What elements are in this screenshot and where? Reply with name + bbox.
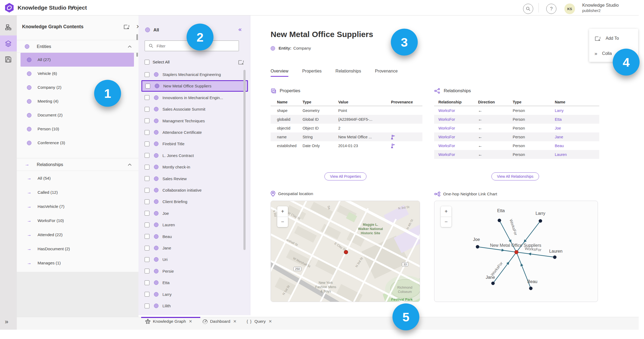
sidebar-item-relationship[interactable]: →All (54) [17,171,138,185]
item-checkbox[interactable] [145,118,149,123]
list-item[interactable]: Persie [141,265,248,277]
relationship-link[interactable]: WorksFor [434,117,478,122]
tab-overview[interactable]: Overview [271,69,288,76]
tab-properties[interactable]: Properties [302,69,322,76]
list-item[interactable]: Lauren [141,219,248,231]
list-item[interactable]: Managment Techniques [141,115,248,127]
select-all-checkbox[interactable] [145,60,149,64]
list-item[interactable]: Uri [141,254,248,265]
item-checkbox[interactable] [145,142,149,146]
list-scrollbar[interactable] [243,70,246,250]
zoom-in-button[interactable]: + [441,206,451,217]
list-item[interactable]: Innovations in Mechanical Engin... [141,92,248,103]
item-checkbox[interactable] [145,153,149,158]
relationship-name-link[interactable]: Jane [555,135,592,139]
item-checkbox[interactable] [145,199,149,204]
close-tab-icon[interactable]: ✕ [189,319,192,324]
sidebar-item-entity[interactable]: Conference (3) [17,136,138,150]
list-item[interactable]: Attendance Certificate [141,127,248,138]
list-item[interactable]: Sales Review [141,173,248,184]
zoom-in-button[interactable]: + [277,206,288,217]
item-checkbox[interactable] [145,211,149,216]
add-window-icon[interactable] [123,23,130,30]
list-item[interactable]: Beau [141,231,248,242]
sidebar-item-entity[interactable]: Person (10) [17,122,138,136]
expand-rail-button[interactable]: » [5,318,8,325]
help-button[interactable]: ? [546,4,556,14]
search-button[interactable] [523,4,533,14]
relationship-link[interactable]: WorksFor [434,152,478,157]
relationship-link[interactable]: WorksFor [434,126,478,130]
list-item[interactable]: Sales Associate Summit [141,103,248,115]
sidebar-item-relationship[interactable]: →Manages (1) [17,256,138,270]
item-checkbox[interactable] [145,223,149,227]
list-item[interactable]: Client Briefing [141,196,248,207]
item-checkbox[interactable] [145,188,149,193]
sidebar-item-relationship[interactable]: →WorksFor (10) [17,214,138,228]
list-item[interactable]: L. Jones Contract [141,150,248,161]
sidebar-item-relationship[interactable]: →HasVehicle (7) [17,200,138,213]
relationship-name-link[interactable]: Larry [555,108,592,113]
sidebar-item-entity[interactable]: All (27) [21,53,134,67]
collapse-panel-icon[interactable]: « [238,26,242,33]
item-checkbox[interactable] [145,95,149,100]
relationships-section-header[interactable]: → Relationships [17,158,138,171]
list-item[interactable]: Firebird Title [141,138,248,150]
edit-title-icon[interactable] [70,5,76,11]
tab-dashboard[interactable]: Dashboard✕ [202,319,237,324]
contents-button[interactable] [4,39,13,48]
close-tab-icon[interactable]: ✕ [268,319,272,324]
item-checkbox[interactable] [145,234,149,239]
avatar[interactable]: KS [564,3,575,14]
tab-provenance[interactable]: Provenance [375,69,398,76]
relationship-name-link[interactable]: Etta [555,117,592,122]
relationship-name-link[interactable]: Lauren [555,152,592,157]
tab-knowledge-graph[interactable]: Knowledge Graph✕ [145,319,192,324]
view-all-properties-button[interactable]: View All Properties [324,172,366,180]
item-checkbox[interactable] [145,165,149,170]
relationship-name-link[interactable]: Joe [555,126,592,130]
item-checkbox[interactable] [145,84,150,88]
prop-provenance[interactable] [385,134,414,140]
item-checkbox[interactable] [145,304,149,308]
list-item[interactable]: Larry [141,289,248,300]
entities-section-header[interactable]: Entities [17,40,138,53]
item-checkbox[interactable] [145,130,149,135]
add-window-icon[interactable] [238,59,244,65]
save-button[interactable] [4,55,13,64]
list-item[interactable]: Jane [141,242,248,254]
item-checkbox[interactable] [145,176,149,181]
list-item[interactable]: Joe [141,208,248,219]
list-item[interactable]: Collaboration initiative [141,184,248,196]
view-all-relationships-button[interactable]: View All Relationships [491,172,539,180]
tab-query[interactable]: { }Query✕ [247,319,272,324]
sidebar-item-entity[interactable]: Vehicle (6) [17,67,138,80]
list-item[interactable]: Etta [141,277,248,288]
sidebar-item-relationship[interactable]: →Attended (22) [17,228,138,242]
list-item[interactable]: Lilith [141,300,248,312]
item-checkbox[interactable] [145,269,149,273]
item-checkbox[interactable] [145,246,149,251]
map[interactable]: k RdW Clay StSaN 3rd StN 4th StMaggie L.… [271,201,420,302]
sidebar-item-relationship[interactable]: →HasDocument (2) [17,242,138,256]
list-item[interactable]: Staplers Mechanical Engineering [141,69,248,80]
tab-relationships[interactable]: Relationships [336,69,361,76]
prop-provenance[interactable] [385,143,414,148]
data-model-button[interactable] [4,23,13,32]
item-checkbox[interactable] [145,257,149,262]
list-item[interactable]: New Metal Office Suppliers [141,80,248,92]
relationship-link[interactable]: WorksFor [434,144,478,148]
sidebar-item-entity[interactable]: Document (2) [17,108,138,122]
item-checkbox[interactable] [145,292,149,297]
link-chart[interactable]: EttaLarryJoeLaurenJaneBeauNew Metal Offi… [434,201,598,302]
sidebar-item-relationship[interactable]: →Called (12) [17,185,138,199]
relationship-name-link[interactable]: Beau [555,144,592,148]
item-checkbox[interactable] [145,107,149,112]
list-item[interactable]: Montly check-in [141,161,248,173]
add-to-item[interactable]: Add To [594,35,619,42]
item-checkbox[interactable] [145,280,149,285]
collapse-item[interactable]: » Colla [594,51,612,57]
close-tab-icon[interactable]: ✕ [233,319,237,324]
relationship-link[interactable]: WorksFor [434,135,478,139]
item-checkbox[interactable] [145,72,149,77]
